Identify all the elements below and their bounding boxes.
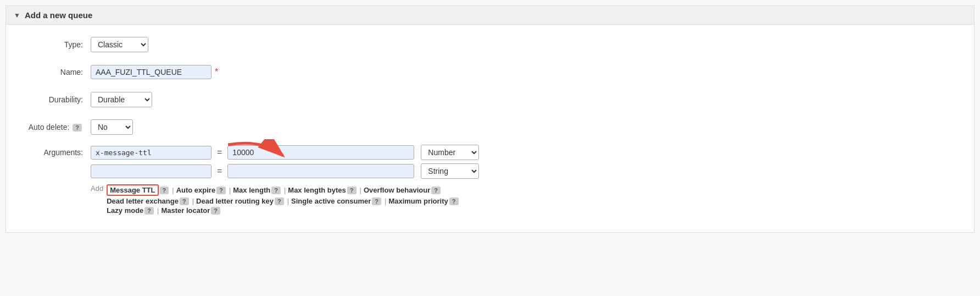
- message-ttl-help-btn[interactable]: ?: [160, 187, 169, 194]
- add-links-block: Message TTL ? | Auto expire ? | Max leng…: [107, 184, 459, 215]
- name-label: Name:: [19, 68, 91, 76]
- panel-header: ▼ Add a new queue: [6, 6, 974, 25]
- arguments-fields: = Number String Boolean: [91, 145, 479, 215]
- single-active-consumer-help-btn[interactable]: ?: [372, 198, 381, 205]
- required-star: *: [215, 67, 218, 77]
- type-label: Type:: [19, 40, 91, 49]
- master-locator-help-btn[interactable]: ?: [211, 207, 220, 215]
- name-input[interactable]: [91, 65, 211, 79]
- add-single-active-consumer-link[interactable]: Single active consumer: [291, 197, 371, 205]
- max-length-bytes-help-btn[interactable]: ?: [347, 187, 357, 194]
- add-max-length-bytes-link[interactable]: Max length bytes: [288, 186, 346, 194]
- durability-label: Durability:: [19, 95, 91, 104]
- add-master-locator-link[interactable]: Master locator: [161, 206, 210, 215]
- type-select[interactable]: Classic Quorum Stream: [91, 37, 148, 52]
- maximum-priority-help-btn[interactable]: ?: [449, 198, 459, 205]
- max-length-help-btn[interactable]: ?: [271, 187, 281, 194]
- auto-delete-row: Auto delete: ? No Yes: [19, 117, 961, 137]
- panel-body: Type: Classic Quorum Stream Name: * Dura…: [6, 25, 974, 232]
- panel-title: Add a new queue: [25, 10, 92, 20]
- add-overflow-behaviour-link[interactable]: Overflow behaviour: [364, 186, 430, 194]
- arg1-type-select[interactable]: Number String Boolean: [421, 145, 479, 160]
- arg2-eq: =: [215, 166, 224, 176]
- arguments-label: Arguments:: [19, 145, 91, 157]
- arg2-key-input[interactable]: [91, 165, 211, 178]
- auto-delete-label: Auto delete: ?: [19, 123, 91, 131]
- arg-row-1: = Number String Boolean: [91, 145, 479, 160]
- arg1-eq: =: [215, 147, 224, 157]
- durability-select[interactable]: Durable Transient: [91, 92, 152, 107]
- chevron-icon[interactable]: ▼: [14, 12, 20, 19]
- auto-delete-select[interactable]: No Yes: [91, 119, 133, 135]
- add-auto-expire-link[interactable]: Auto expire: [176, 186, 216, 194]
- lazy-mode-help-btn[interactable]: ?: [144, 207, 154, 215]
- overflow-behaviour-help-btn[interactable]: ?: [431, 187, 441, 194]
- add-queue-panel: ▼ Add a new queue Type: Classic Quorum S…: [5, 6, 975, 233]
- durability-row: Durability: Durable Transient: [19, 90, 961, 109]
- add-row-1: Message TTL ? | Auto expire ? | Max leng…: [107, 184, 459, 196]
- arg-row-2: = String Number Boolean: [91, 163, 479, 179]
- add-lazy-mode-link[interactable]: Lazy mode: [107, 206, 143, 215]
- add-message-ttl-link[interactable]: Message TTL: [107, 184, 158, 196]
- add-row-2: Dead letter exchange ? | Dead letter rou…: [107, 197, 459, 205]
- add-max-length-link[interactable]: Max length: [233, 186, 270, 194]
- auto-delete-help-btn[interactable]: ?: [73, 124, 82, 131]
- arg2-value-input[interactable]: [227, 164, 414, 178]
- arg2-type-select[interactable]: String Number Boolean: [421, 163, 479, 179]
- add-label: Add: [91, 184, 103, 193]
- arguments-row: Arguments: = Number String Boolean: [19, 145, 961, 215]
- add-dead-letter-routing-key-link[interactable]: Dead letter routing key: [196, 197, 274, 205]
- arg1-key-input[interactable]: [91, 146, 211, 160]
- auto-expire-help-btn[interactable]: ?: [216, 187, 226, 194]
- add-row-3: Lazy mode ? | Master locator ?: [107, 206, 459, 215]
- name-row: Name: *: [19, 62, 961, 82]
- dead-letter-routing-key-help-btn[interactable]: ?: [275, 198, 284, 205]
- add-dead-letter-exchange-link[interactable]: Dead letter exchange: [107, 197, 179, 205]
- add-maximum-priority-link[interactable]: Maximum priority: [388, 197, 448, 205]
- dead-letter-exchange-help-btn[interactable]: ?: [180, 198, 189, 205]
- add-section: Add Message TTL ? | Auto expire ? | Max …: [91, 184, 479, 215]
- type-row: Type: Classic Quorum Stream: [19, 35, 961, 54]
- arg1-value-input[interactable]: [227, 145, 414, 160]
